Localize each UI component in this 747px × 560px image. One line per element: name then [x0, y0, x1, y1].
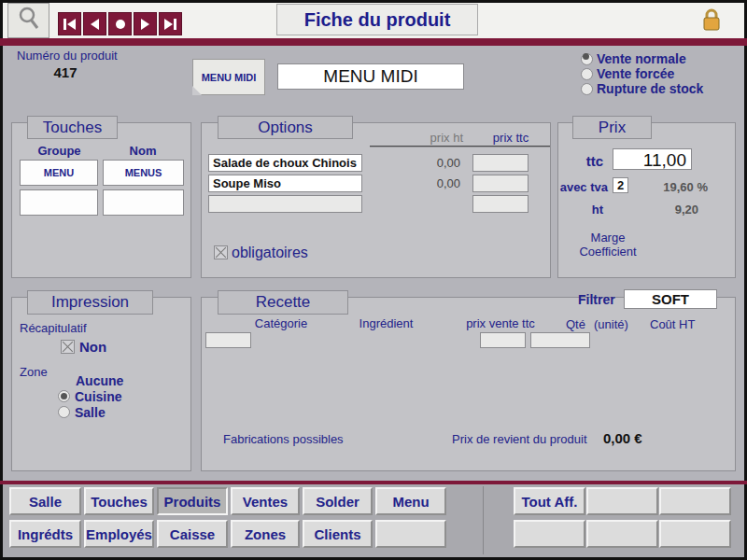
- radio-icon: [581, 53, 593, 65]
- option-prix-ttc-field[interactable]: [472, 175, 529, 192]
- col-prix-vente-ttc: prix vente ttc: [463, 316, 538, 330]
- ht-label: ht: [571, 203, 603, 217]
- prev-record-icon: [91, 19, 99, 30]
- nav-tout-aff[interactable]: Tout Aff.: [514, 487, 585, 515]
- nav-solder[interactable]: Solder: [303, 487, 373, 515]
- col-ingredient: Ingrédient: [351, 316, 421, 330]
- product-number-value: 417: [37, 64, 93, 80]
- last-record-button[interactable]: [159, 12, 182, 35]
- avec-tva-label: avec tva: [558, 180, 608, 194]
- ttc-label: ttc: [575, 153, 603, 169]
- prix-revient-label: Prix de revient du produit: [452, 432, 587, 446]
- col-nom: Nom: [102, 144, 184, 158]
- col-prix-ht: prix ht: [412, 131, 463, 145]
- bottom-navigation: Salle Touches Produits Ventes Solder Men…: [3, 484, 744, 557]
- recette-panel-title: Recette: [218, 290, 348, 315]
- zone-salle-radio[interactable]: [58, 406, 70, 418]
- col-categorie: Catégorie: [244, 316, 318, 330]
- col-groupe: Groupe: [20, 144, 99, 158]
- prix-panel: Prix ttc 11,00 avec tva 2 19,60 % ht 9,2…: [557, 122, 736, 278]
- touche-nom-button-empty[interactable]: [103, 189, 184, 216]
- option-prix-ht: 0,00: [402, 176, 460, 190]
- record-navigation: [58, 12, 182, 35]
- nav-caisse[interactable]: Caisse: [157, 520, 228, 548]
- last-record-icon: [164, 19, 173, 30]
- recapitulatif-label: Récapitulatif: [20, 321, 87, 335]
- touche-groupe-button[interactable]: MENU: [20, 160, 98, 186]
- prix-vente-field[interactable]: [480, 332, 526, 348]
- zone-aucune-option[interactable]: Aucune: [76, 373, 123, 388]
- nav-empty[interactable]: [659, 487, 731, 515]
- option-prix-ttc-field[interactable]: [472, 154, 529, 172]
- prix-revient-value: 0,00 €: [603, 430, 642, 446]
- option-name-field[interactable]: Salade de choux Chinois: [208, 154, 362, 172]
- nav-clients[interactable]: Clients: [303, 520, 373, 548]
- tva-code-field[interactable]: 2: [613, 177, 628, 193]
- recap-non-checkbox[interactable]: [61, 340, 75, 354]
- search-button[interactable]: [7, 3, 49, 38]
- zone-cuisine-radio[interactable]: [58, 390, 70, 402]
- zone-label: Zone: [20, 365, 48, 379]
- option-prix-ht: 0,00: [402, 156, 460, 170]
- first-record-icon: [63, 19, 66, 30]
- nav-employes[interactable]: Employés: [84, 520, 154, 548]
- obligatoires-label: obligatoires: [232, 245, 308, 261]
- nav-salle[interactable]: Salle: [9, 487, 81, 515]
- categorie-field[interactable]: [205, 332, 251, 348]
- option-name-field[interactable]: [208, 195, 362, 213]
- nav-touches[interactable]: Touches: [84, 487, 154, 515]
- next-record-button[interactable]: [134, 12, 157, 35]
- options-panel: Options prix ht prix ttc Salade de choux…: [201, 122, 551, 278]
- option-name-field[interactable]: Soupe Miso: [208, 175, 362, 192]
- option-prix-ttc-field[interactable]: [472, 195, 529, 213]
- recette-panel: Recette Filtrer SOFT Catégorie Ingrédien…: [201, 297, 736, 471]
- nav-empty[interactable]: [586, 487, 658, 515]
- radio-rupture-stock[interactable]: Rupture de stock: [581, 81, 703, 96]
- zone-cuisine-label: Cuisine: [75, 389, 122, 404]
- first-record-button[interactable]: [58, 12, 81, 35]
- current-record-button[interactable]: [108, 12, 132, 35]
- radio-icon: [581, 83, 593, 95]
- radio-icon: [581, 68, 593, 80]
- touches-panel: Touches Groupe Nom MENU MENUS: [11, 122, 191, 278]
- qte-field[interactable]: [530, 332, 590, 348]
- product-key-button[interactable]: MENU MIDI: [192, 59, 265, 95]
- nav-ventes[interactable]: Ventes: [231, 487, 300, 515]
- nav-produits[interactable]: Produits: [157, 487, 228, 515]
- header-divider: [0, 38, 747, 46]
- radio-vente-normale[interactable]: Vente normale: [581, 51, 686, 66]
- touche-nom-button[interactable]: MENUS: [103, 160, 184, 186]
- filter-value-field[interactable]: SOFT: [624, 289, 717, 309]
- zone-salle-label: Salle: [75, 405, 106, 420]
- nav-empty[interactable]: [659, 520, 731, 548]
- product-name-field[interactable]: MENU MIDI: [277, 63, 464, 90]
- title-bar: Fiche du produit: [3, 3, 744, 38]
- nav-menu[interactable]: Menu: [375, 487, 446, 515]
- impression-panel: Impression Récapitulatif Non Zone Aucune…: [11, 297, 191, 471]
- nav-zones[interactable]: Zones: [231, 520, 300, 548]
- obligatoires-checkbox[interactable]: [214, 245, 228, 259]
- price-columns-divider: [370, 146, 550, 147]
- nav-empty[interactable]: [514, 520, 585, 548]
- lock-icon: [702, 7, 721, 36]
- nav-ingredts[interactable]: Ingrédts: [9, 520, 81, 548]
- col-qte: Qté: [566, 317, 585, 331]
- page-title: Fiche du produit: [276, 4, 478, 35]
- nav-empty[interactable]: [586, 520, 658, 548]
- ttc-value-field[interactable]: 11,00: [613, 148, 692, 170]
- touche-groupe-button-empty[interactable]: [20, 189, 98, 216]
- col-cout-ht: Coût HT: [650, 317, 695, 331]
- col-prix-ttc: prix ttc: [479, 131, 543, 145]
- bottom-nav-separator: [483, 486, 484, 554]
- impression-panel-title: Impression: [27, 290, 153, 315]
- nav-empty[interactable]: [375, 520, 446, 548]
- options-panel-title: Options: [218, 116, 353, 139]
- prix-panel-title: Prix: [572, 116, 652, 139]
- prev-record-button[interactable]: [83, 12, 106, 35]
- current-record-icon: [116, 20, 125, 29]
- touches-panel-title: Touches: [27, 116, 118, 139]
- marge-label: Marge: [566, 231, 650, 245]
- next-record-icon: [141, 19, 149, 30]
- radio-vente-forcee[interactable]: Vente forcée: [581, 66, 674, 81]
- filtrer-label: Filtrer: [578, 292, 615, 307]
